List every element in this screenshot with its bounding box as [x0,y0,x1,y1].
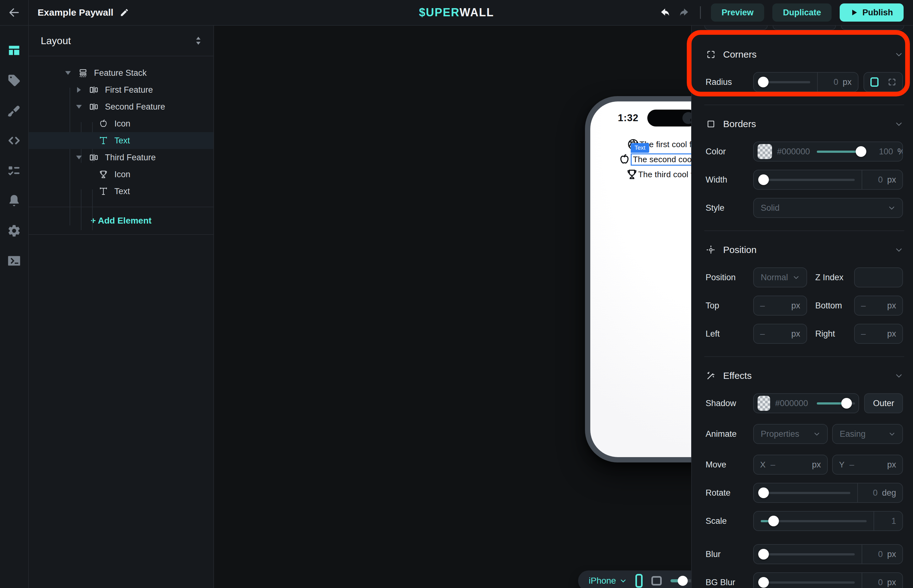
tree-item-icon-2[interactable]: Icon [29,115,214,132]
border-style-select[interactable]: Solid [753,198,903,218]
landscape-orientation-button[interactable] [651,576,662,585]
zindex-label: Z Index [807,273,854,283]
per-corner-radius-button[interactable] [885,75,899,89]
move-y-input[interactable]: Y–px [832,455,903,475]
border-color-value[interactable]: #000000 [777,147,810,157]
columns-icon [88,152,100,163]
scale-slider[interactable] [754,520,874,522]
uniform-radius-button[interactable] [867,75,882,89]
left-icon-rail [0,26,29,588]
paywall-title: Example Paywall [37,7,113,18]
border-width-slider[interactable] [754,179,861,181]
app-window: Example Paywall $UPERWALL Preview Duplic… [0,0,913,588]
sort-icon[interactable] [194,36,203,45]
tree-item-text-3[interactable]: Text [29,183,214,200]
bg-blur-value: 0 [878,578,882,587]
move-x-input[interactable]: X–px [753,455,828,475]
publish-button[interactable]: Publish [840,3,903,22]
text-icon [97,136,109,145]
effects-section: Effects Shadow #000000 100% Outer [704,356,904,588]
corners-icon [706,50,716,59]
left-label: Left [706,329,753,339]
bell-icon[interactable] [7,194,21,208]
shadow-color-value[interactable]: #000000 [775,399,808,408]
canvas[interactable]: 1:32 SW The first coo [214,26,691,588]
color-swatch[interactable] [758,144,772,159]
position-icon [706,245,716,255]
edit-title-icon[interactable] [120,8,129,17]
layout-panel-icon[interactable] [7,43,21,58]
blur-slider[interactable] [754,553,861,556]
columns-icon [88,85,100,95]
tag-icon[interactable] [7,73,21,88]
chevron-down-icon[interactable] [895,246,903,254]
dynamic-island [647,110,698,126]
chevron-down-icon[interactable] [895,50,903,58]
rotate-slider[interactable] [754,492,857,494]
border-width-label: Width [706,175,753,185]
caret-right-icon[interactable] [75,87,83,93]
chevron-down-icon[interactable] [895,372,903,380]
caret-down-icon[interactable] [75,104,83,109]
caret-down-icon[interactable] [64,71,72,76]
chevron-down-icon [620,577,626,584]
tree-item-feature-stack[interactable]: Feature Stack [29,65,214,81]
shadow-control: #000000 100% [753,393,859,413]
bottom-input[interactable]: –px [854,296,903,316]
code-icon[interactable] [7,133,21,148]
left-input[interactable]: –px [753,324,807,344]
undo-icon[interactable] [659,7,670,18]
paintbrush-icon[interactable] [7,103,21,118]
gear-icon[interactable] [7,223,21,238]
zindex-input[interactable] [854,267,903,288]
add-element-button[interactable]: + Add Element [29,207,214,235]
status-time: 1:32 [618,112,639,124]
top-input[interactable]: –px [753,296,807,316]
chevron-down-icon[interactable] [895,120,903,128]
play-icon [850,9,858,16]
radius-label: Radius [706,78,753,87]
device-select-value: iPhone [589,576,616,586]
portrait-orientation-button[interactable] [635,574,642,588]
caret-down-icon[interactable] [75,155,83,160]
tree-item-label: Icon [114,170,130,179]
position-mode-select[interactable]: Normal [753,267,807,288]
animate-properties-select[interactable]: Properties [753,424,828,444]
border-opacity-slider[interactable] [810,150,873,153]
chevron-down-icon [813,431,820,438]
scale-value: 1 [891,516,896,526]
inspector-panel: Corners Radius 0px [691,26,913,588]
border-width-value: 0 [878,175,882,185]
zoom-slider-thumb[interactable] [678,576,688,586]
redo-icon[interactable] [679,7,690,18]
trophy-icon [97,170,109,179]
top-label: Top [706,301,753,310]
tree-item-text-2-selected[interactable]: Text [29,132,214,149]
border-width-control: 0px [753,170,903,190]
shadow-label: Shadow [706,399,753,408]
tree-item-icon-3[interactable]: Icon [29,166,214,183]
shadow-color-swatch[interactable] [758,396,770,411]
radius-control: 0px [753,72,858,92]
right-label: Right [807,329,854,339]
preview-button[interactable]: Preview [711,3,764,22]
shadow-opacity-slider[interactable] [813,402,859,404]
radius-slider[interactable] [754,81,817,83]
animate-easing-select[interactable]: Easing [832,424,903,444]
bg-blur-slider[interactable] [754,582,861,584]
tree-item-third-feature[interactable]: Third Feature [29,149,214,166]
tree-item-first-feature[interactable]: First Feature [29,81,214,98]
terminal-icon[interactable] [7,254,21,268]
text-icon [97,187,109,196]
checklist-icon[interactable] [7,163,21,178]
right-input[interactable]: –px [854,324,903,344]
blur-label: Blur [706,549,753,559]
shadow-mode-button[interactable]: Outer [864,393,903,413]
apple-icon [97,119,109,129]
device-select[interactable]: iPhone [589,576,626,586]
columns-icon [88,102,100,112]
tree-item-second-feature[interactable]: Second Feature [29,98,214,115]
back-icon[interactable] [8,6,20,19]
duplicate-button[interactable]: Duplicate [772,3,832,22]
borders-section: Borders Color #000000 100% Width [704,105,904,231]
